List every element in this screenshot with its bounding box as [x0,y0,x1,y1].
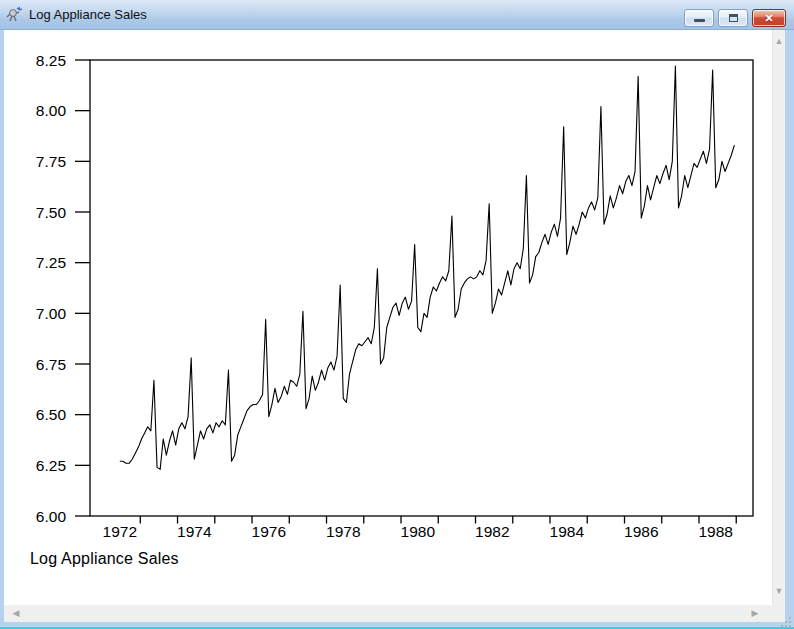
resize-grip[interactable] [779,615,791,627]
x-axis-tick-label: 1982 [475,523,509,540]
time-series-chart: 8.258.007.757.507.257.006.756.506.256.00… [4,30,772,605]
title-bar[interactable]: Log Appliance Sales ✕ [0,0,794,30]
close-button[interactable]: ✕ [752,9,786,27]
plot-frame [90,60,753,516]
x-axis-tick-label: 1972 [103,523,137,540]
maximize-button[interactable] [718,9,748,27]
minimize-icon [694,19,705,22]
x-axis-tick-label: 1984 [550,523,585,540]
y-axis-tick-label: 7.50 [36,204,67,221]
graph-object-icon [6,6,23,23]
y-axis-tick-label: 6.50 [36,406,67,423]
x-axis-tick-label: 1986 [624,523,658,540]
y-axis-tick-label: 6.25 [36,457,66,474]
y-axis-tick-label: 6.00 [36,508,67,525]
x-axis-tick-label: 1978 [326,523,360,540]
y-axis-tick-label: 7.75 [36,153,66,170]
y-axis-tick-label: 8.25 [36,52,66,69]
close-icon: ✕ [764,13,773,24]
restore-icon [729,14,738,22]
y-axis-tick-label: 6.75 [36,356,66,373]
x-axis-tick-label: 1988 [699,523,733,540]
scroll-down-arrow-icon[interactable]: ▼ [773,587,785,596]
window-title: Log Appliance Sales [29,7,147,22]
horizontal-scrollbar[interactable]: ◀ ▶ [4,605,785,622]
x-axis-tick-label: 1974 [177,523,212,540]
y-axis-tick-label: 8.00 [36,102,67,119]
window-controls: ✕ [684,9,786,27]
scroll-right-arrow-icon[interactable]: ▶ [749,609,761,618]
scroll-left-arrow-icon[interactable]: ◀ [10,609,22,618]
series-line [120,66,735,469]
x-axis-tick-label: 1976 [252,523,286,540]
y-axis-tick-label: 7.00 [36,305,67,322]
x-axis-tick-label: 1980 [401,523,436,540]
minimize-button[interactable] [684,9,714,27]
y-axis-tick-label: 7.25 [36,254,66,271]
scroll-up-arrow-icon[interactable]: ▲ [773,37,785,46]
graph-window-content: 8.258.007.757.507.257.006.756.506.256.00… [4,30,772,605]
vertical-scrollbar[interactable]: ▲ ▼ [772,30,785,605]
chart-caption: Log Appliance Sales [30,550,179,568]
